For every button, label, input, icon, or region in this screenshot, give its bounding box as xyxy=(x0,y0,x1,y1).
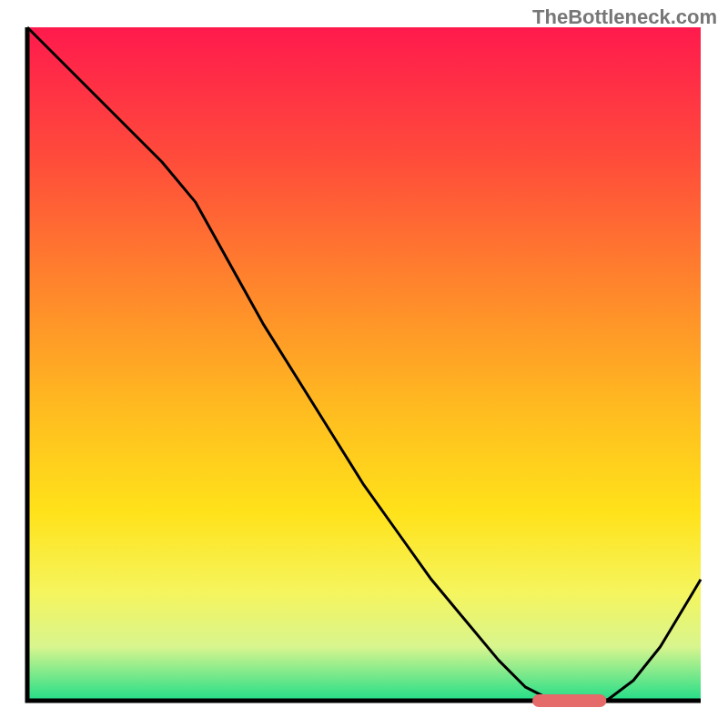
bottleneck-chart xyxy=(0,0,728,728)
watermark-text: TheBottleneck.com xyxy=(532,5,717,29)
optimal-range-marker xyxy=(532,694,606,707)
chart-container: TheBottleneck.com xyxy=(0,0,728,728)
